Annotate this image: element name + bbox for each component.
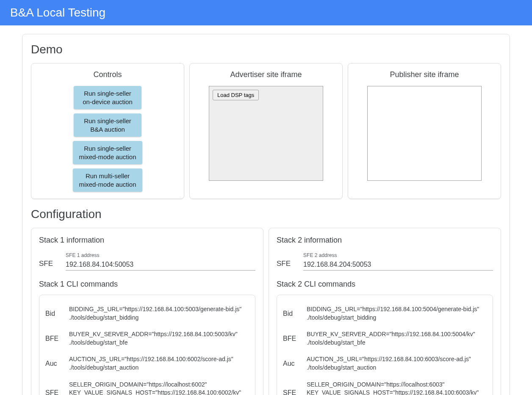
stack-1-bid-row: Bid BIDDING_JS_URL="https://192.168.84.1… — [45, 301, 249, 326]
publisher-title: Publisher site iframe — [355, 70, 494, 79]
stack-1-sfe-tag: SFE — [45, 389, 61, 395]
stack-1-bid-cmd: BIDDING_JS_URL="https://192.168.84.100:5… — [69, 305, 241, 322]
stack-1-sfe-cmd: SELLER_ORIGIN_DOMAIN="https://localhost:… — [69, 381, 241, 395]
controls-buttons: Run single-seller on-device auction Run … — [38, 86, 177, 192]
stack-1-input-group: SFE 1 address — [66, 252, 255, 271]
stack-2-sfe-row-cmd: SFE SELLER_ORIGIN_DOMAIN="https://localh… — [283, 376, 487, 395]
stack-1-auc-row: Auc AUCTION_JS_URL="https://192.168.84.1… — [45, 351, 249, 376]
stack-1-sfe-row-cmd: SFE SELLER_ORIGIN_DOMAIN="https://localh… — [45, 376, 249, 395]
load-dsp-tags-button[interactable]: Load DSP tags — [213, 90, 259, 100]
run-multi-seller-mixed-button[interactable]: Run multi-seller mixed-mode auction — [73, 168, 142, 192]
stack-2-bid-cmd: BIDDING_JS_URL="https://192.168.84.100:5… — [307, 305, 479, 322]
stack-2-cli-title: Stack 2 CLI commands — [277, 280, 493, 289]
controls-title: Controls — [38, 70, 177, 79]
stack-2-sfe-row: SFE SFE 2 address — [277, 252, 493, 271]
stack-1-sfe-label: SFE — [39, 260, 53, 271]
run-single-seller-mixed-button[interactable]: Run single-seller mixed-mode auction — [73, 141, 142, 164]
stack-1-cli-box: Bid BIDDING_JS_URL="https://192.168.84.1… — [39, 295, 255, 395]
stack-1-bfe-tag: BFE — [45, 335, 61, 343]
sfe-1-address-input[interactable] — [66, 259, 255, 271]
stack-2-bid-row: Bid BIDDING_JS_URL="https://192.168.84.1… — [283, 301, 487, 326]
stack-2-title: Stack 2 information — [277, 236, 493, 245]
stack-2-sfe-label: SFE — [277, 260, 291, 271]
advertiser-iframe: Load DSP tags — [209, 86, 323, 181]
stack-2-bfe-cmd: BUYER_KV_SERVER_ADDR="https://192.168.84… — [307, 330, 475, 347]
run-single-seller-on-device-button[interactable]: Run single-seller on-device auction — [74, 86, 141, 109]
stacks-container: Stack 1 information SFE SFE 1 address St… — [31, 228, 501, 395]
stack-2-panel: Stack 2 information SFE SFE 2 address St… — [269, 228, 501, 395]
stack-1-panel: Stack 1 information SFE SFE 1 address St… — [31, 228, 263, 395]
publisher-panel: Publisher site iframe — [348, 63, 501, 199]
stack-2-bfe-row: BFE BUYER_KV_SERVER_ADDR="https://192.16… — [283, 326, 487, 351]
stack-2-input-group: SFE 2 address — [303, 252, 493, 271]
stack-1-auc-tag: Auc — [45, 360, 61, 367]
stack-2-bfe-tag: BFE — [283, 335, 299, 343]
stack-2-cli-box: Bid BIDDING_JS_URL="https://192.168.84.1… — [277, 295, 493, 395]
stack-2-bid-tag: Bid — [283, 310, 299, 318]
advertiser-panel: Advertiser site iframe Load DSP tags — [189, 63, 343, 199]
advertiser-title: Advertiser site iframe — [197, 70, 335, 79]
stack-1-bid-tag: Bid — [45, 310, 61, 318]
stack-2-input-label: SFE 2 address — [303, 252, 493, 258]
stack-2-auc-row: Auc AUCTION_JS_URL="https://192.168.84.1… — [283, 351, 487, 376]
stack-2-sfe-tag: SFE — [283, 389, 299, 395]
stack-1-bfe-row: BFE BUYER_KV_SERVER_ADDR="https://192.16… — [45, 326, 249, 351]
controls-panel: Controls Run single-seller on-device auc… — [31, 63, 184, 199]
stack-1-input-label: SFE 1 address — [66, 252, 255, 258]
stack-2-auc-cmd: AUCTION_JS_URL="https://192.168.84.100:6… — [307, 355, 471, 372]
main-content: Demo Controls Run single-seller on-devic… — [0, 25, 532, 395]
stack-2-sfe-cmd: SELLER_ORIGIN_DOMAIN="https://localhost:… — [307, 381, 479, 395]
stack-1-title: Stack 1 information — [39, 236, 255, 245]
run-single-seller-ba-button[interactable]: Run single-seller B&A auction — [74, 113, 141, 137]
stack-1-sfe-row: SFE SFE 1 address — [39, 252, 255, 271]
demo-title: Demo — [31, 43, 501, 56]
stack-1-cli-title: Stack 1 CLI commands — [39, 280, 255, 289]
stack-2-auc-tag: Auc — [283, 360, 299, 367]
publisher-iframe — [367, 86, 482, 181]
stack-1-auc-cmd: AUCTION_JS_URL="https://192.168.84.100:6… — [69, 355, 233, 372]
demo-panels: Controls Run single-seller on-device auc… — [31, 63, 501, 199]
demo-section: Demo Controls Run single-seller on-devic… — [22, 34, 510, 395]
app-title: B&A Local Testing — [10, 6, 105, 19]
config-title: Configuration — [31, 207, 501, 221]
sfe-2-address-input[interactable] — [303, 259, 493, 271]
stack-1-bfe-cmd: BUYER_KV_SERVER_ADDR="https://192.168.84… — [69, 330, 238, 347]
app-header: B&A Local Testing — [0, 0, 532, 25]
